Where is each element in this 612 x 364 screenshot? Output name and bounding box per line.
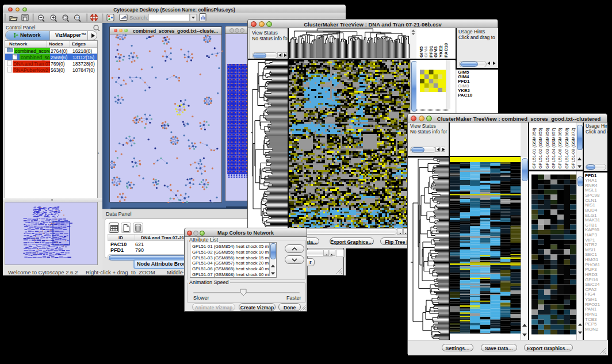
svg-text:Search:: Search:: [129, 14, 148, 21]
svg-text:1:1: 1:1: [75, 16, 79, 19]
